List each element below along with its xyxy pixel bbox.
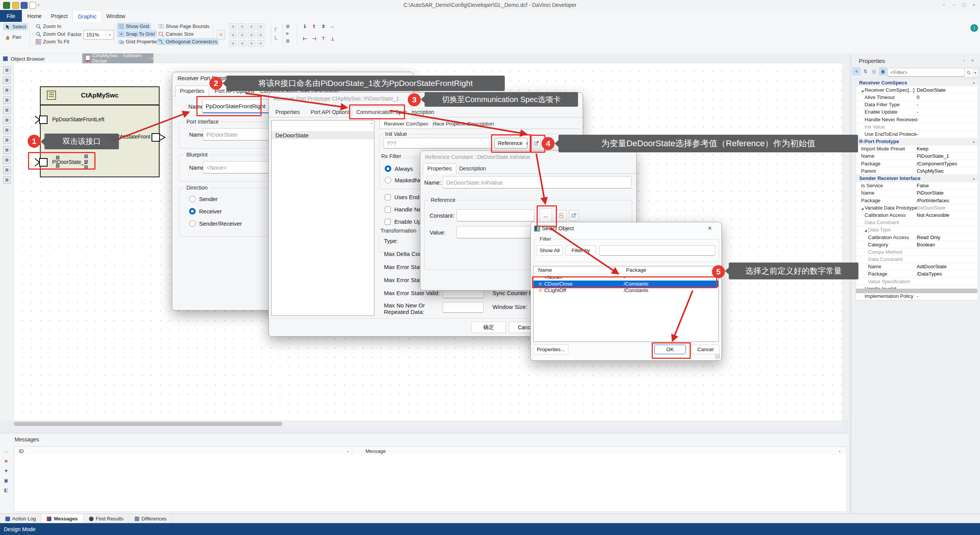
software-design-tool-icon[interactable] bbox=[248, 23, 255, 30]
close-panel-icon[interactable]: × bbox=[971, 58, 974, 63]
graphic-tool-icon[interactable] bbox=[3, 86, 11, 94]
property-value[interactable]: Keep bbox=[917, 146, 978, 152]
init-value-input[interactable] bbox=[383, 138, 492, 149]
graphic-tool-icon[interactable] bbox=[3, 126, 11, 134]
tab-software-design-active[interactable]: CtApMySwc - Software Design ▫ × bbox=[82, 53, 153, 63]
browse-constant-button[interactable]: ... bbox=[540, 208, 552, 222]
column-name[interactable]: Name bbox=[538, 267, 613, 273]
close-button[interactable]: × bbox=[970, 2, 977, 8]
data-element-list[interactable]: ▴ DeDoorState bbox=[271, 120, 374, 316]
open-reference-icon[interactable] bbox=[569, 210, 579, 221]
collapse-icon[interactable]: ▴ bbox=[973, 177, 975, 180]
connector-tool-icon-2[interactable]: └ bbox=[273, 36, 277, 42]
canvas-horizontal-scrollbar[interactable] bbox=[14, 421, 842, 427]
software-design-tool-icon[interactable] bbox=[248, 32, 255, 38]
pan-tool-button[interactable]: Pan bbox=[3, 33, 23, 41]
zoom-factor-combobox[interactable]: 151% ▾ bbox=[84, 30, 114, 40]
tab-port-api-options[interactable]: Port API Options bbox=[306, 107, 355, 117]
property-value[interactable]: /PortInterfaces bbox=[917, 198, 978, 203]
property-value[interactable]: Not Accessible bbox=[917, 212, 978, 218]
zoom-in-button[interactable]: Zoom In bbox=[34, 23, 63, 30]
select-object-row[interactable]: πCDoorClose/Constants bbox=[534, 281, 718, 287]
layout-tool-icon[interactable]: ⇩ bbox=[301, 23, 308, 30]
close-icon[interactable]: × bbox=[708, 225, 712, 232]
property-value[interactable]: Read Only bbox=[917, 234, 978, 240]
inner-tab-receiver-comspec[interactable]: Receiver ComSpec bbox=[379, 119, 433, 129]
property-row[interactable]: Use EndToEnd Protection- bbox=[856, 130, 978, 138]
property-row[interactable]: Data Constraint bbox=[856, 219, 978, 226]
graphic-tool-icon[interactable] bbox=[3, 136, 11, 144]
show-referenced-icon[interactable]: ▣ bbox=[879, 68, 887, 75]
pin-panel-icon[interactable]: ▫ bbox=[964, 58, 965, 63]
snap-to-grid-toggle[interactable]: Snap To Grid bbox=[117, 30, 157, 38]
tab-object-browser[interactable]: Object Browser bbox=[0, 54, 82, 63]
select-tool-button[interactable]: Select bbox=[3, 23, 28, 30]
edit-reference-button[interactable] bbox=[532, 138, 541, 149]
expand-icon[interactable]: ◢ bbox=[861, 89, 863, 92]
collapse-icon[interactable]: ▴ bbox=[973, 81, 975, 84]
constant-name-input[interactable] bbox=[443, 176, 631, 188]
restore-button[interactable]: □ bbox=[960, 2, 967, 8]
orthogonal-connectors-toggle[interactable]: Orthogonal Connectors bbox=[156, 38, 219, 45]
inner-tab-description[interactable]: Description bbox=[464, 119, 498, 129]
zoom-to-fit-button[interactable]: Zoom To Fit bbox=[34, 38, 71, 45]
property-row[interactable]: Data Constraint bbox=[856, 256, 978, 263]
property-row[interactable]: CategoryBoolean bbox=[856, 241, 978, 248]
graphic-tool-icon[interactable] bbox=[3, 156, 11, 164]
align-stack-icon[interactable]: ≣ bbox=[286, 23, 290, 29]
property-category-row[interactable]: R-Port Prototype▴ bbox=[856, 138, 978, 145]
property-value[interactable]: /ComponentTypes bbox=[917, 161, 978, 167]
property-row[interactable]: Package/ComponentTypes bbox=[856, 160, 978, 167]
minimize-button[interactable]: − bbox=[950, 2, 957, 8]
layout-tool-icon[interactable]: ⊣ bbox=[311, 36, 318, 42]
layout-messages-icon[interactable]: ◧ bbox=[3, 487, 9, 493]
port-label[interactable]: PpDoorStateFrontLeft bbox=[52, 116, 104, 122]
property-row[interactable]: Calibration AccessNot Accessible bbox=[856, 211, 978, 219]
tab-window[interactable]: Window bbox=[101, 10, 130, 22]
receiver-port-icon[interactable] bbox=[34, 157, 49, 167]
software-design-tool-icon[interactable] bbox=[239, 40, 246, 47]
max-no-new-data-input[interactable] bbox=[443, 302, 484, 313]
property-value[interactable]: - bbox=[917, 102, 978, 107]
scrollbar-thumb[interactable] bbox=[14, 422, 282, 426]
property-value[interactable]: DeDoorState bbox=[917, 87, 978, 93]
save-messages-icon[interactable]: ▣ bbox=[3, 477, 9, 484]
list-header-row[interactable]: Name ◢ Package bbox=[534, 266, 718, 274]
property-row[interactable]: Data Filter Type- bbox=[856, 101, 978, 109]
property-row[interactable]: ◢Receiver ComSpec[...]DeDoorState bbox=[856, 86, 978, 94]
layout-tool-icon[interactable]: ⇔ bbox=[329, 23, 336, 30]
radio-sender[interactable]: Sender bbox=[189, 196, 217, 202]
properties-grid-scrollbar[interactable] bbox=[856, 289, 977, 293]
constant-input[interactable] bbox=[456, 209, 534, 221]
property-category-row[interactable]: Receiver ComSpecs▴ bbox=[856, 79, 978, 86]
tab-properties[interactable]: Properties bbox=[271, 107, 304, 117]
sender-port-icon[interactable] bbox=[151, 132, 166, 142]
layout-tool-icon[interactable]: ⊥ bbox=[329, 36, 336, 42]
tab-find-results[interactable]: Find Results bbox=[84, 514, 129, 523]
property-value[interactable]: /DataTypes bbox=[917, 271, 978, 277]
cancel-button[interactable]: Cancel bbox=[691, 345, 720, 354]
collapse-icon[interactable]: ▴ bbox=[973, 140, 975, 144]
component-ctapmyswc[interactable]: CtApMySwc PpDoorStateFrontLeft PpLightSt… bbox=[40, 86, 160, 177]
property-value[interactable]: - bbox=[917, 131, 978, 137]
properties-filter-input[interactable] bbox=[887, 68, 965, 77]
property-value[interactable]: DeDoorState bbox=[917, 205, 978, 211]
property-row[interactable]: Is ServiceFalse bbox=[856, 182, 978, 190]
tab-pin-icon[interactable]: ▫ bbox=[148, 56, 149, 61]
filter-input[interactable] bbox=[599, 245, 715, 256]
filter-by-button[interactable]: Filter by bbox=[565, 245, 596, 256]
select-object-row[interactable]: πCLightOff/Constants bbox=[534, 287, 718, 294]
init-value-mode-dropdown[interactable]: Reference∨ bbox=[494, 138, 527, 149]
tab-close-icon[interactable]: × bbox=[151, 56, 153, 61]
software-design-tool-icon[interactable] bbox=[229, 32, 237, 38]
graphic-tool-icon[interactable] bbox=[3, 66, 11, 74]
radio-sender-receiver[interactable]: Sender/Receiver bbox=[189, 220, 242, 227]
property-row[interactable]: ◢Data Type bbox=[856, 226, 978, 234]
object-list[interactable]: Name ◢ Package <None>-πCDoorClose/Consta… bbox=[533, 266, 719, 342]
tab-graphic[interactable]: Graphic bbox=[72, 10, 102, 23]
property-row[interactable]: ◢Variable Data Prototype[...]DeDoorState bbox=[856, 204, 978, 211]
layout-tool-icon[interactable]: ⇧ bbox=[311, 23, 318, 30]
property-value[interactable]: - bbox=[917, 293, 978, 299]
combo-arrow-icon[interactable]: ▾ bbox=[106, 30, 113, 39]
ok-button[interactable]: 确定 bbox=[471, 322, 506, 333]
